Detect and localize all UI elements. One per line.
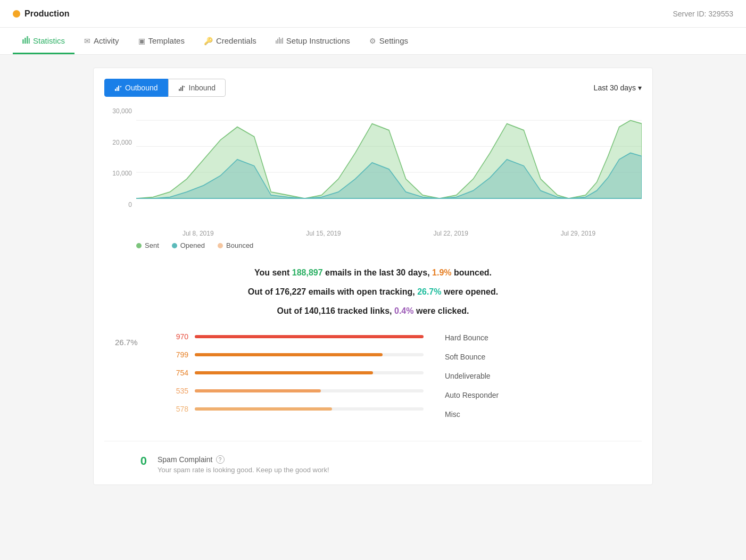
bounced-pct: 1.9% bbox=[432, 268, 451, 277]
bounce-row: 754 bbox=[168, 369, 424, 377]
bounce-bar-fill bbox=[195, 371, 373, 374]
server-status-dot bbox=[13, 10, 20, 18]
spam-title: Spam Complaint ? bbox=[158, 455, 329, 464]
nav-credentials-label: Credentials bbox=[216, 36, 256, 45]
chart-yaxis: 30,000 20,000 10,000 0 bbox=[104, 107, 136, 208]
chart-legend: Sent Opened Bounced bbox=[104, 241, 642, 249]
svg-rect-0 bbox=[22, 39, 24, 44]
opened-pct: 26.7% bbox=[417, 287, 441, 296]
nav-statistics-label: Statistics bbox=[33, 36, 65, 45]
bounce-label: Soft Bounce bbox=[445, 352, 530, 361]
bounce-row: 578 bbox=[168, 405, 424, 413]
chart-xaxis: Jul 8, 2019 Jul 15, 2019 Jul 22, 2019 Ju… bbox=[104, 230, 642, 237]
y-label-0: 0 bbox=[128, 201, 132, 208]
spam-section: 0 Spam Complaint ? Your spam rate is loo… bbox=[104, 441, 642, 474]
bounce-labels: Hard BounceSoft BounceUndeliverableAuto … bbox=[445, 332, 530, 428]
stats-summary: You sent 188,897 emails in the last 30 d… bbox=[104, 264, 642, 320]
nav-credentials[interactable]: 🔑 Credentials bbox=[194, 28, 266, 54]
x-label-jul22: Jul 22, 2019 bbox=[434, 230, 468, 237]
svg-rect-3 bbox=[29, 38, 30, 44]
svg-rect-4 bbox=[276, 40, 277, 44]
svg-rect-8 bbox=[282, 38, 283, 44]
bounce-bar-wrap bbox=[195, 371, 424, 374]
legend-opened: Opened bbox=[172, 241, 205, 249]
nav-statistics[interactable]: Statistics bbox=[13, 28, 74, 54]
top-bar: Production Server ID: 329553 bbox=[0, 0, 746, 28]
bounce-bar-wrap bbox=[195, 335, 424, 338]
bar-chart-icon bbox=[22, 36, 30, 45]
setup-icon bbox=[276, 36, 283, 45]
bounce-bar-fill bbox=[195, 407, 332, 411]
statistics-card: Outbound Inbound Last 30 days ▾ bbox=[93, 68, 653, 485]
stats-line1: You sent 188,897 emails in the last 30 d… bbox=[104, 264, 642, 281]
svg-rect-6 bbox=[279, 37, 280, 44]
server-name-label: Production bbox=[24, 9, 69, 19]
svg-rect-11 bbox=[118, 86, 119, 91]
bounce-bar-wrap bbox=[195, 407, 424, 411]
bounce-bar-wrap bbox=[195, 353, 424, 356]
sent-count: 188,897 bbox=[292, 268, 323, 277]
legend-bounced: Bounced bbox=[218, 241, 253, 249]
server-id-label: Server ID: 329553 bbox=[673, 10, 733, 18]
date-range-selector[interactable]: Last 30 days ▾ bbox=[594, 83, 642, 92]
x-label-jul15: Jul 15, 2019 bbox=[306, 230, 341, 237]
nav-setup[interactable]: Setup Instructions bbox=[266, 28, 360, 54]
svg-rect-2 bbox=[27, 36, 28, 44]
y-label-10000: 10,000 bbox=[112, 170, 132, 177]
nav-bar: Statistics ✉ Activity ▣ Templates 🔑 Cred… bbox=[0, 28, 746, 55]
bounce-row: 970 bbox=[168, 332, 424, 341]
nav-settings-label: Settings bbox=[379, 36, 408, 45]
chart-svg-container bbox=[136, 107, 642, 224]
spam-count: 0 bbox=[115, 454, 147, 468]
bounced-label: Bounced bbox=[226, 241, 253, 249]
spam-description: Your spam rate is looking good. Keep up … bbox=[158, 466, 329, 474]
svg-rect-5 bbox=[277, 39, 278, 44]
main-content: Outbound Inbound Last 30 days ▾ bbox=[80, 55, 666, 498]
opened-label: Opened bbox=[180, 241, 205, 249]
nav-templates[interactable]: ▣ Templates bbox=[129, 28, 194, 54]
gear-icon: ⚙ bbox=[369, 37, 376, 45]
svg-rect-7 bbox=[280, 39, 281, 44]
bounce-bar-fill bbox=[195, 335, 424, 338]
bounce-value: 754 bbox=[168, 369, 188, 377]
outbound-tab[interactable]: Outbound bbox=[104, 79, 168, 97]
inbound-tab[interactable]: Inbound bbox=[168, 79, 226, 97]
y-label-20000: 20,000 bbox=[112, 139, 132, 146]
bounce-value: 799 bbox=[168, 350, 188, 359]
nav-templates-label: Templates bbox=[148, 36, 185, 45]
svg-rect-1 bbox=[24, 38, 26, 44]
bounce-bar-fill bbox=[195, 389, 321, 392]
svg-rect-10 bbox=[117, 87, 118, 91]
nav-setup-label: Setup Instructions bbox=[286, 36, 350, 45]
mail-icon: ✉ bbox=[84, 37, 90, 45]
nav-activity-label: Activity bbox=[94, 36, 119, 45]
spam-info: Spam Complaint ? Your spam rate is looki… bbox=[158, 454, 329, 474]
bounce-label: Undeliverable bbox=[445, 371, 530, 380]
bounce-bars: 970799754535578 bbox=[168, 332, 424, 428]
y-label-30000: 30,000 bbox=[112, 107, 132, 115]
date-range-label: Last 30 days bbox=[594, 83, 636, 92]
inbound-icon bbox=[178, 84, 186, 91]
open-rate-label: 26.7% bbox=[115, 332, 147, 428]
bounce-value: 970 bbox=[168, 332, 188, 341]
bounce-bar-fill bbox=[195, 353, 383, 356]
bounce-row: 799 bbox=[168, 350, 424, 359]
tab-row: Outbound Inbound Last 30 days ▾ bbox=[104, 79, 642, 97]
key-icon: 🔑 bbox=[204, 37, 213, 45]
bounce-value: 535 bbox=[168, 387, 188, 395]
inbound-tab-label: Inbound bbox=[189, 83, 216, 92]
svg-rect-14 bbox=[182, 86, 183, 91]
bounce-value: 578 bbox=[168, 405, 188, 413]
file-icon: ▣ bbox=[138, 37, 145, 45]
opened-dot bbox=[172, 243, 177, 248]
help-icon[interactable]: ? bbox=[216, 455, 225, 464]
nav-settings[interactable]: ⚙ Settings bbox=[360, 28, 418, 54]
svg-rect-13 bbox=[180, 87, 181, 91]
bounce-label: Misc bbox=[445, 409, 530, 419]
svg-rect-9 bbox=[115, 89, 116, 91]
nav-activity[interactable]: ✉ Activity bbox=[74, 28, 129, 54]
sent-dot bbox=[136, 243, 142, 248]
server-name: Production bbox=[13, 9, 69, 19]
svg-rect-12 bbox=[179, 89, 180, 91]
x-label-jul29: Jul 29, 2019 bbox=[561, 230, 595, 237]
